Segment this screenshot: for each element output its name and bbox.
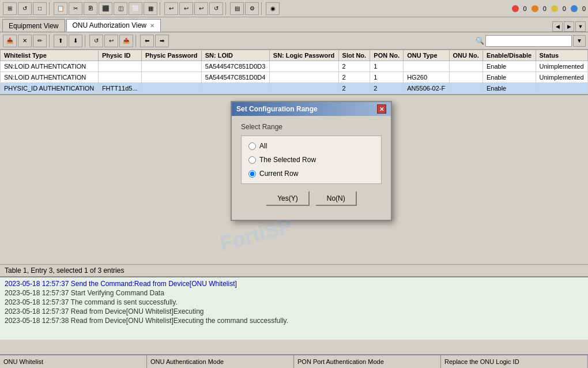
modal-body: Select Range All The Selected Row Curren… xyxy=(232,116,391,220)
radio-option-selected[interactable]: The Selected Row xyxy=(248,156,374,164)
radio-all[interactable] xyxy=(248,142,256,150)
radio-option-current[interactable]: Current Row xyxy=(248,170,374,178)
radio-current-label: Current Row xyxy=(259,170,298,178)
radio-current-row[interactable] xyxy=(248,170,256,178)
modal-section-label: Select Range xyxy=(241,123,382,131)
radio-group: All The Selected Row Current Row xyxy=(241,136,382,184)
radio-selected-label: The Selected Row xyxy=(259,156,316,164)
radio-option-all[interactable]: All xyxy=(248,142,374,150)
no-button[interactable]: No(N) xyxy=(315,191,357,206)
radio-all-label: All xyxy=(259,142,267,150)
modal-dialog: Set Configuration Range ✕ Select Range A… xyxy=(231,101,392,221)
modal-close-button[interactable]: ✕ xyxy=(377,104,386,114)
yes-button[interactable]: Yes(Y) xyxy=(266,191,310,206)
modal-title: Set Configuration Range xyxy=(236,105,318,113)
radio-selected-row[interactable] xyxy=(248,156,256,164)
modal-overlay: Set Configuration Range ✕ Select Range A… xyxy=(0,0,588,368)
modal-title-bar: Set Configuration Range ✕ xyxy=(232,102,391,116)
modal-footer: Yes(Y) No(N) xyxy=(241,191,382,213)
